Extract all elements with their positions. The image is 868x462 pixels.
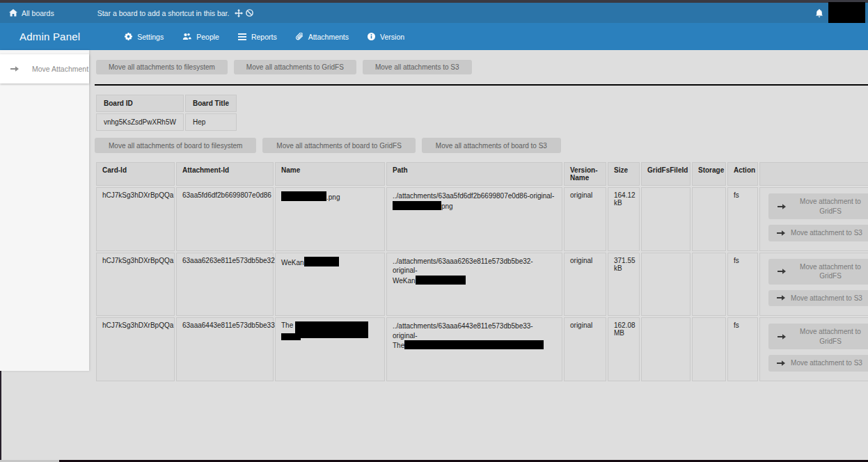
sidebar-item-label: Move Attachment [32,65,88,73]
ban-icon[interactable] [246,9,253,17]
move-attachment-s3-button[interactable]: Move attachment to S3 [768,225,868,241]
col-header-action: Action [727,162,758,186]
bell-icon[interactable] [815,9,823,18]
wekan-admin-screen: All boards Star a board to add a shortcu… [0,0,868,462]
card-id-cell: hCJ7kSg3hDXrBpQQa [96,253,175,317]
admin-nav: Settings People Reports Attachments [125,33,404,41]
gridfsfileid-cell [641,253,691,317]
redacted-box [304,257,339,266]
redacted-box [416,276,466,285]
version-name-cell: original [564,253,606,317]
move-board-filesystem-button[interactable]: Move all attachments of board to filesys… [95,138,256,153]
col-header-name: Name [275,162,385,186]
arrow-right-icon [778,203,786,210]
move-attachment-gridfs-button[interactable]: Move attachment to GridFS [768,193,868,219]
nav-item-reports[interactable]: Reports [238,33,277,41]
redacted-user-badge [828,2,865,23]
path-cell: ../attachments/63aaa6443e811e573db5be33-… [386,317,562,381]
card-id-cell: hCJ7kSg3hDXrBpQQa [96,187,175,251]
all-boards-link[interactable]: All boards [9,9,54,17]
board-id-header: Board ID [96,95,184,112]
storage-cell [692,317,726,381]
redacted-box [281,333,301,340]
col-header-size: Size [608,162,640,186]
nav-item-people[interactable]: People [182,33,219,41]
nav-item-attachments[interactable]: Attachments [296,33,349,41]
board-buttons-row: Move all attachments of board to filesys… [95,138,868,153]
move-all-filesystem-button[interactable]: Move all attachments to filesystem [96,60,228,74]
table-row: hCJ7kSg3hDXrBpQQa 63aa5fd6df2b6699807e0d… [96,187,868,251]
version-name-cell: original [564,187,606,251]
nav-item-version[interactable]: Version [368,33,404,41]
page-title: Admin Panel [19,31,80,42]
gridfsfileid-cell [641,187,691,251]
home-icon [9,9,17,17]
col-header-path: Path [386,162,562,186]
move-attachment-s3-button[interactable]: Move attachment to S3 [768,355,868,372]
paperclip-icon [296,33,303,40]
main-content: Move all attachments to filesystem Move … [95,50,868,383]
col-header-card-id: Card-Id [96,162,175,186]
move-board-s3-button[interactable]: Move all attachments of board to S3 [422,138,561,153]
name-cell: The [275,317,385,381]
row-buttons-cell: Move attachment to GridFS Move attachmen… [759,317,868,381]
action-cell: fs [727,187,758,251]
card-id-cell: hCJ7kSg3hDXrBpQQa [96,317,175,381]
global-buttons-row: Move all attachments to filesystem Move … [96,60,868,74]
table-row: vnhg5KsZsdPwXRh5W Hep [96,113,237,131]
name-cell: WeKan [275,253,385,317]
redacted-box [393,201,441,210]
move-board-gridfs-button[interactable]: Move all attachments of board to GridFS [262,138,416,153]
action-cell: fs [727,317,758,381]
size-cell: 162.08 MB [608,317,640,381]
table-row: hCJ7kSg3hDXrBpQQa 63aaa6443e811e573db5be… [96,317,868,381]
board-title-header: Board Title [185,95,237,112]
all-boards-label: All boards [22,9,54,17]
gear-icon [125,33,132,40]
move-all-gridfs-button[interactable]: Move all attachments to GridFS [234,60,356,74]
attachment-id-cell: 63aaa6443e811e573db5be33 [176,317,274,381]
people-icon [182,33,191,40]
col-header-version-name: Version-Name [564,162,606,186]
info-icon [368,33,375,40]
move-attachment-gridfs-button[interactable]: Move attachment to GridFS [768,259,868,285]
admin-header-bar: Admin Panel Settings People Reports [0,23,868,50]
shortcut-message: Star a board to add a shortcut in this b… [97,9,254,17]
col-header-storage: Storage [692,162,726,186]
arrow-right-icon [777,230,785,237]
move-attachment-gridfs-button[interactable]: Move attachment to GridFS [768,324,868,349]
row-buttons-cell: Move attachment to GridFS Move attachmen… [759,253,868,317]
row-buttons-cell: Move attachment to GridFS Move attachmen… [759,187,868,251]
storage-cell [692,187,726,251]
board-table: Board ID Board Title vnhg5KsZsdPwXRh5W H… [95,93,238,132]
arrow-right-icon [10,65,19,72]
attachment-id-cell: 63aaa6263e811e573db5be32 [176,253,274,317]
col-header-attachment-id: Attachment-Id [176,162,274,186]
sidebar: Move Attachment [0,50,89,371]
move-icon[interactable] [235,9,243,17]
table-row: hCJ7kSg3hDXrBpQQa 63aaa6263e811e573db5be… [96,253,868,317]
name-cell: .png [275,187,385,251]
sidebar-item-move-attachment[interactable]: Move Attachment [0,54,89,83]
horizontal-rule [95,84,868,86]
arrow-right-icon [778,268,786,275]
list-icon [238,33,246,40]
col-header-gridfsfileid: GridFsFileId [641,162,691,186]
size-cell: 164.12 kB [608,187,640,251]
redacted-box [404,340,544,349]
arrow-right-icon [777,294,785,301]
move-attachment-s3-button[interactable]: Move attachment to S3 [768,290,868,307]
arrow-right-icon [778,333,786,340]
move-all-s3-button[interactable]: Move all attachments to S3 [363,60,472,74]
attachments-header-row: Card-Id Attachment-Id Name Path Version-… [96,162,868,186]
nav-item-settings[interactable]: Settings [125,33,164,41]
top-bar: All boards Star a board to add a shortcu… [0,3,868,23]
attachments-table: Card-Id Attachment-Id Name Path Version-… [95,161,868,383]
storage-cell [692,253,726,317]
board-title-cell: Hep [185,113,237,131]
gridfsfileid-cell [641,317,691,381]
path-cell: ../attachments/63aa5fd6df2b6699807e0d86-… [386,187,562,251]
action-cell: fs [727,253,758,317]
path-cell: ../attachments/63aaa6263e811e573db5be32-… [386,253,562,317]
redacted-box [295,321,368,338]
